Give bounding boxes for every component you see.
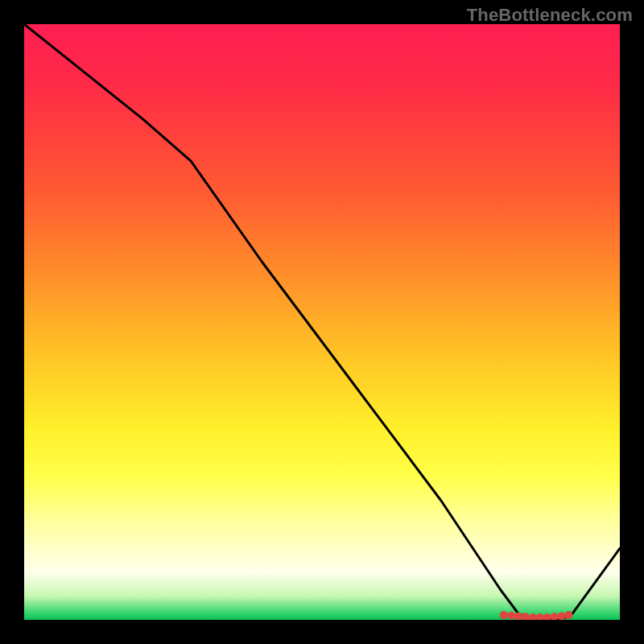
plot-area bbox=[24, 24, 620, 620]
marker-dot bbox=[500, 611, 508, 619]
marker-dot bbox=[514, 613, 522, 620]
marker-dot bbox=[507, 612, 515, 620]
marker-dot bbox=[543, 613, 551, 620]
marker-cluster bbox=[500, 611, 573, 620]
marker-dot bbox=[558, 613, 566, 620]
marker-dot bbox=[564, 611, 572, 619]
marker-dot bbox=[522, 613, 530, 620]
main-line bbox=[24, 24, 620, 620]
watermark-text: TheBottleneck.com bbox=[467, 5, 633, 26]
chart-frame: TheBottleneck.com bbox=[0, 0, 644, 644]
marker-dot bbox=[536, 613, 544, 620]
chart-overlay-svg bbox=[24, 24, 620, 620]
marker-dot bbox=[529, 613, 537, 620]
marker-dot bbox=[551, 613, 559, 620]
